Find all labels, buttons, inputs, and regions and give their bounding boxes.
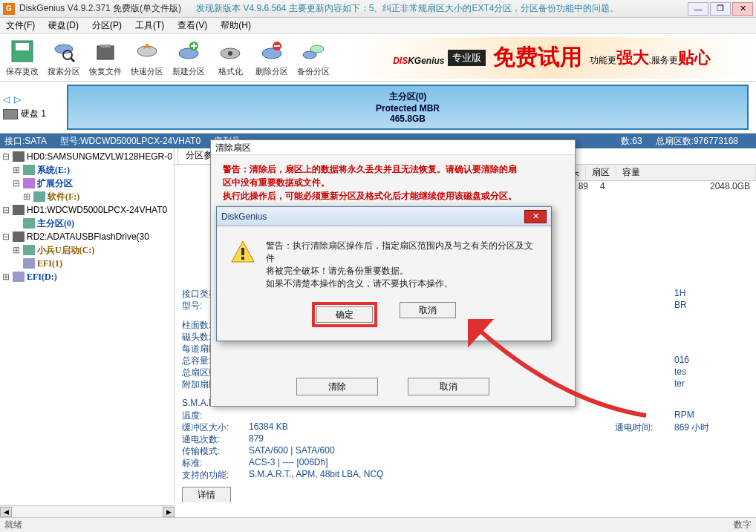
save-icon <box>9 38 36 65</box>
delete-partition-button[interactable]: 删除分区 <box>254 38 290 77</box>
maximize-button[interactable]: ❐ <box>710 2 731 16</box>
disk-tree[interactable]: ⊟HD0:SAMSUNGMZVLW128HEGR-0 ⊞系统(E:) ⊟扩展分区… <box>0 148 175 502</box>
svg-point-10 <box>228 51 232 56</box>
info-model: 型号:WDCWD5000LPCX-24VHAT0 <box>60 135 201 148</box>
backup-partition-button[interactable]: 备份分区 <box>296 38 331 77</box>
info-interface: 接口:SATA <box>4 135 47 148</box>
tree-hd1[interactable]: ⊟HD1:WDCWD5000LPCX-24VHAT0 <box>1 203 172 217</box>
confirm-title: DiskGenius <box>221 211 267 222</box>
tree-hscroll[interactable]: ◀▶ <box>0 505 175 517</box>
svg-rect-15 <box>241 248 244 255</box>
table-header: 磁头扇区容量 <box>555 165 756 181</box>
tree-efi-d[interactable]: ⊞EFI(D:) <box>1 270 172 283</box>
partition-type: Protected MBR <box>376 103 440 114</box>
save-button[interactable]: 保存更改 <box>4 38 40 77</box>
tree-hd0-soft[interactable]: ⊞软件(F:) <box>1 190 172 203</box>
tree-hd0[interactable]: ⊟HD0:SAMSUNGMZVLW128HEGR-0 <box>1 150 172 163</box>
search-partition-icon <box>50 38 77 65</box>
partition-bar[interactable]: 主分区(0) Protected MBR 465.8GB <box>67 85 749 130</box>
tree-hd1-main[interactable]: 主分区(0) <box>1 217 172 230</box>
svg-rect-1 <box>16 43 29 50</box>
recover-file-button[interactable]: 恢复文件 <box>88 38 123 77</box>
quick-partition-button[interactable]: 快速分区 <box>129 38 165 77</box>
info-total-sectors: 总扇区数:976773168 <box>656 135 738 148</box>
menu-bar: 文件(F) 硬盘(D) 分区(P) 工具(T) 查看(V) 帮助(H) <box>0 18 756 34</box>
status-left: 就绪 <box>4 519 22 531</box>
menu-help[interactable]: 帮助(H) <box>218 18 254 33</box>
scroll-left-icon[interactable]: ◀ <box>0 507 12 517</box>
tree-rd2-efi[interactable]: EFI(1) <box>1 257 172 270</box>
svg-rect-16 <box>241 257 244 260</box>
table-row[interactable]: 98942048.0GB <box>555 181 756 191</box>
status-bar: 就绪 数字 <box>0 517 756 532</box>
banner[interactable]: DISKGenius 专业版 免费试用 功能更强大,服务更贴心 <box>352 37 752 79</box>
tree-hd0-sys[interactable]: ⊞系统(E:) <box>1 163 172 177</box>
nav-next-icon[interactable]: ▷ <box>14 94 21 105</box>
title-bar: G DiskGenius V4.9.2.371 免费版(单文件版) 发现新版本 … <box>0 0 756 18</box>
tree-hd0-ext[interactable]: ⊟扩展分区 <box>1 177 172 190</box>
quick-partition-icon <box>134 38 160 65</box>
disk-icon <box>3 109 18 119</box>
disk-label: 硬盘 1 <box>21 108 46 120</box>
partition-size: 465.8GB <box>390 114 426 124</box>
clear-dialog-title: 清除扇区 <box>211 140 575 155</box>
delete-partition-icon <box>258 38 285 65</box>
tree-rd2[interactable]: ⊟RD2:ADATAUSBFlashDrive(30 <box>1 230 172 243</box>
new-partition-icon <box>175 38 202 65</box>
status-right: 数字 <box>734 519 752 531</box>
clear-cancel-button[interactable]: 取消 <box>408 378 489 395</box>
details-button[interactable]: 详情 <box>182 487 231 502</box>
menu-partition[interactable]: 分区(P) <box>89 18 125 33</box>
nav-prev-icon[interactable]: ◁ <box>3 94 10 105</box>
confirm-close-button[interactable]: ✕ <box>524 210 547 223</box>
partition-row: ◁ ▷ 硬盘 1 主分区(0) Protected MBR 465.8GB <box>0 82 756 134</box>
app-icon: G <box>3 3 15 15</box>
disk-nav: ◁ ▷ 硬盘 1 <box>0 82 67 133</box>
partition-name: 主分区(0) <box>389 91 427 103</box>
backup-partition-icon <box>300 38 327 65</box>
confirm-ok-button[interactable]: 确定 <box>316 306 373 323</box>
tree-rd2-xb[interactable]: ⊞小兵U启动(C:) <box>1 243 172 257</box>
ok-highlight: 确定 <box>312 302 377 327</box>
window-title: DiskGenius V4.9.2.371 免费版(单文件版) <box>19 2 181 15</box>
minimize-button[interactable]: — <box>688 2 708 16</box>
recover-file-icon <box>92 38 119 65</box>
svg-point-6 <box>137 46 157 56</box>
menu-tools[interactable]: 工具(T) <box>132 18 167 33</box>
format-button[interactable]: 格式化 <box>212 38 248 77</box>
svg-point-14 <box>310 45 324 53</box>
confirm-text: 警告：执行清除扇区操作后，指定扇区范围内及与之有关的分区及文件 将被完全破坏！请… <box>266 240 538 290</box>
update-notice[interactable]: 发现新版本 V4.9.6.564 主要更新内容如下：5、纠正非常规扇区大小的EX… <box>196 2 619 15</box>
confirm-cancel-button[interactable]: 取消 <box>400 302 456 318</box>
clear-button[interactable]: 清除 <box>296 378 378 395</box>
svg-rect-5 <box>97 46 114 59</box>
menu-view[interactable]: 查看(V) <box>175 18 210 33</box>
clear-dialog-warning: 警告：清除后，扇区上的数据将永久丢失并且无法恢复。请确认要清除的扇 区中没有重要… <box>211 155 575 210</box>
close-button[interactable]: ✕ <box>732 2 753 16</box>
toolbar: 保存更改 搜索分区 恢复文件 快速分区 新建分区 格式化 删除分区 备份分区 D… <box>0 34 756 82</box>
confirm-title-bar: DiskGenius ✕ <box>217 207 551 226</box>
new-partition-button[interactable]: 新建分区 <box>171 38 206 77</box>
svg-line-4 <box>71 58 74 62</box>
confirm-dialog: DiskGenius ✕ 警告：执行清除扇区操作后，指定扇区范围内及与之有关的分… <box>216 206 552 341</box>
scroll-right-icon[interactable]: ▶ <box>163 507 175 517</box>
warning-icon <box>230 240 255 265</box>
search-partition-button[interactable]: 搜索分区 <box>46 38 82 77</box>
format-icon <box>217 38 244 65</box>
info-heads: 数:63 <box>621 135 642 148</box>
menu-file[interactable]: 文件(F) <box>3 18 38 33</box>
menu-disk[interactable]: 硬盘(D) <box>45 18 82 33</box>
